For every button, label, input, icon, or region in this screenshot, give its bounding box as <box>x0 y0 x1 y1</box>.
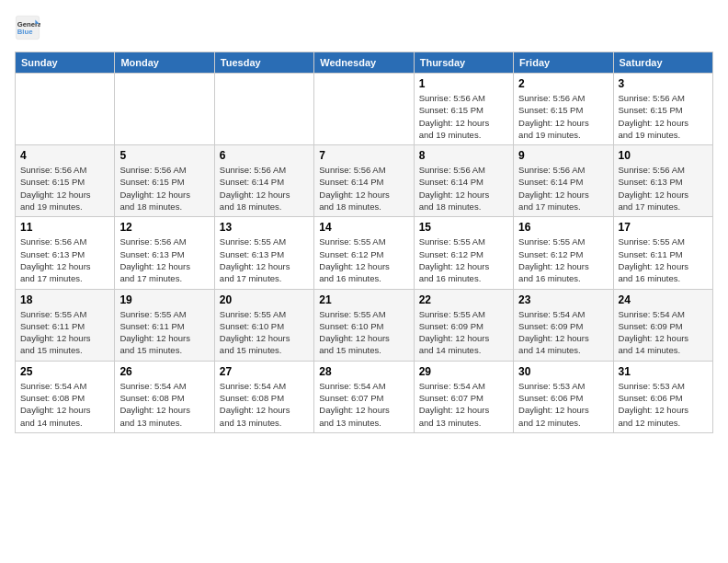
calendar-day-cell: 8Sunrise: 5:56 AM Sunset: 6:14 PM Daylig… <box>414 145 513 217</box>
day-info: Sunrise: 5:53 AM Sunset: 6:06 PM Dayligh… <box>619 380 708 429</box>
day-info: Sunrise: 5:55 AM Sunset: 6:10 PM Dayligh… <box>220 308 309 357</box>
day-number: 24 <box>619 293 708 306</box>
day-info: Sunrise: 5:54 AM Sunset: 6:07 PM Dayligh… <box>319 380 408 429</box>
calendar-day-cell <box>214 74 313 145</box>
day-info: Sunrise: 5:56 AM Sunset: 6:13 PM Dayligh… <box>119 236 209 284</box>
calendar-header-row: SundayMondayTuesdayWednesdayThursdayFrid… <box>16 52 713 74</box>
day-number: 22 <box>419 293 508 306</box>
day-number: 29 <box>419 365 508 378</box>
calendar-day-cell: 13Sunrise: 5:55 AM Sunset: 6:13 PM Dayli… <box>214 217 313 289</box>
calendar-day-cell: 9Sunrise: 5:56 AM Sunset: 6:14 PM Daylig… <box>514 145 613 217</box>
day-number: 21 <box>319 293 408 306</box>
day-info: Sunrise: 5:56 AM Sunset: 6:14 PM Dayligh… <box>419 164 508 213</box>
calendar-day-cell: 23Sunrise: 5:54 AM Sunset: 6:09 PM Dayli… <box>514 289 613 361</box>
day-number: 31 <box>619 365 708 378</box>
svg-text:Blue: Blue <box>17 28 33 36</box>
calendar-day-cell <box>115 74 214 145</box>
day-info: Sunrise: 5:54 AM Sunset: 6:08 PM Dayligh… <box>220 380 309 429</box>
day-info: Sunrise: 5:55 AM Sunset: 6:09 PM Dayligh… <box>419 308 508 357</box>
day-info: Sunrise: 5:54 AM Sunset: 6:07 PM Dayligh… <box>419 380 508 429</box>
day-number: 26 <box>119 365 209 378</box>
day-number: 19 <box>119 293 209 306</box>
calendar-day-cell: 29Sunrise: 5:54 AM Sunset: 6:07 PM Dayli… <box>414 361 513 432</box>
day-info: Sunrise: 5:56 AM Sunset: 6:15 PM Dayligh… <box>419 92 508 141</box>
calendar-day-cell: 28Sunrise: 5:54 AM Sunset: 6:07 PM Dayli… <box>314 361 414 432</box>
calendar-day-cell: 5Sunrise: 5:56 AM Sunset: 6:15 PM Daylig… <box>115 145 214 217</box>
calendar-day-cell: 1Sunrise: 5:56 AM Sunset: 6:15 PM Daylig… <box>414 74 513 145</box>
calendar-week-row: 25Sunrise: 5:54 AM Sunset: 6:08 PM Dayli… <box>16 361 713 432</box>
day-number: 10 <box>619 149 708 162</box>
day-of-week-header: Thursday <box>414 52 513 74</box>
day-number: 17 <box>619 221 708 234</box>
day-number: 18 <box>20 293 109 306</box>
svg-text:General: General <box>17 20 40 29</box>
calendar-day-cell: 10Sunrise: 5:56 AM Sunset: 6:13 PM Dayli… <box>613 145 712 217</box>
day-info: Sunrise: 5:55 AM Sunset: 6:12 PM Dayligh… <box>319 236 408 284</box>
calendar-day-cell: 6Sunrise: 5:56 AM Sunset: 6:14 PM Daylig… <box>214 145 313 217</box>
day-info: Sunrise: 5:54 AM Sunset: 6:08 PM Dayligh… <box>119 380 209 429</box>
calendar-week-row: 4Sunrise: 5:56 AM Sunset: 6:15 PM Daylig… <box>16 145 713 217</box>
day-of-week-header: Wednesday <box>314 52 414 74</box>
page-header: General Blue <box>15 15 713 40</box>
day-of-week-header: Monday <box>115 52 214 74</box>
day-number: 15 <box>419 221 508 234</box>
calendar-day-cell: 14Sunrise: 5:55 AM Sunset: 6:12 PM Dayli… <box>314 217 414 289</box>
day-number: 12 <box>119 221 209 234</box>
calendar-day-cell: 31Sunrise: 5:53 AM Sunset: 6:06 PM Dayli… <box>613 361 712 432</box>
calendar-day-cell: 18Sunrise: 5:55 AM Sunset: 6:11 PM Dayli… <box>16 289 115 361</box>
day-of-week-header: Friday <box>514 52 613 74</box>
day-number: 2 <box>518 77 608 90</box>
day-number: 8 <box>419 149 508 162</box>
day-number: 5 <box>119 149 209 162</box>
day-number: 28 <box>319 365 408 378</box>
day-of-week-header: Tuesday <box>214 52 313 74</box>
calendar-day-cell: 19Sunrise: 5:55 AM Sunset: 6:11 PM Dayli… <box>115 289 214 361</box>
calendar-week-row: 1Sunrise: 5:56 AM Sunset: 6:15 PM Daylig… <box>16 74 713 145</box>
logo: General Blue <box>15 15 40 40</box>
day-info: Sunrise: 5:56 AM Sunset: 6:15 PM Dayligh… <box>619 92 708 141</box>
day-number: 6 <box>220 149 309 162</box>
day-info: Sunrise: 5:56 AM Sunset: 6:15 PM Dayligh… <box>119 164 209 213</box>
day-info: Sunrise: 5:55 AM Sunset: 6:11 PM Dayligh… <box>20 308 109 357</box>
day-info: Sunrise: 5:54 AM Sunset: 6:08 PM Dayligh… <box>20 380 109 429</box>
day-info: Sunrise: 5:55 AM Sunset: 6:13 PM Dayligh… <box>220 236 309 284</box>
day-number: 25 <box>20 365 109 378</box>
calendar-week-row: 11Sunrise: 5:56 AM Sunset: 6:13 PM Dayli… <box>16 217 713 289</box>
day-number: 27 <box>220 365 309 378</box>
calendar-day-cell <box>16 74 115 145</box>
day-number: 13 <box>220 221 309 234</box>
day-number: 30 <box>518 365 608 378</box>
day-of-week-header: Sunday <box>16 52 115 74</box>
day-info: Sunrise: 5:55 AM Sunset: 6:12 PM Dayligh… <box>419 236 508 284</box>
calendar-day-cell: 26Sunrise: 5:54 AM Sunset: 6:08 PM Dayli… <box>115 361 214 432</box>
calendar-day-cell: 12Sunrise: 5:56 AM Sunset: 6:13 PM Dayli… <box>115 217 214 289</box>
calendar-day-cell <box>314 74 414 145</box>
day-info: Sunrise: 5:56 AM Sunset: 6:14 PM Dayligh… <box>220 164 309 213</box>
day-info: Sunrise: 5:54 AM Sunset: 6:09 PM Dayligh… <box>619 308 708 357</box>
calendar-day-cell: 16Sunrise: 5:55 AM Sunset: 6:12 PM Dayli… <box>514 217 613 289</box>
calendar-day-cell: 22Sunrise: 5:55 AM Sunset: 6:09 PM Dayli… <box>414 289 513 361</box>
day-number: 16 <box>518 221 608 234</box>
day-of-week-header: Saturday <box>613 52 712 74</box>
day-number: 3 <box>619 77 708 90</box>
day-info: Sunrise: 5:55 AM Sunset: 6:11 PM Dayligh… <box>119 308 209 357</box>
calendar-day-cell: 11Sunrise: 5:56 AM Sunset: 6:13 PM Dayli… <box>16 217 115 289</box>
calendar-day-cell: 3Sunrise: 5:56 AM Sunset: 6:15 PM Daylig… <box>613 74 712 145</box>
day-info: Sunrise: 5:56 AM Sunset: 6:15 PM Dayligh… <box>20 164 109 213</box>
day-info: Sunrise: 5:55 AM Sunset: 6:11 PM Dayligh… <box>619 236 708 284</box>
calendar-week-row: 18Sunrise: 5:55 AM Sunset: 6:11 PM Dayli… <box>16 289 713 361</box>
day-info: Sunrise: 5:53 AM Sunset: 6:06 PM Dayligh… <box>518 380 608 429</box>
logo-icon: General Blue <box>15 15 40 40</box>
calendar-day-cell: 30Sunrise: 5:53 AM Sunset: 6:06 PM Dayli… <box>514 361 613 432</box>
day-info: Sunrise: 5:56 AM Sunset: 6:14 PM Dayligh… <box>518 164 608 213</box>
calendar-day-cell: 17Sunrise: 5:55 AM Sunset: 6:11 PM Dayli… <box>613 217 712 289</box>
day-info: Sunrise: 5:55 AM Sunset: 6:10 PM Dayligh… <box>319 308 408 357</box>
day-info: Sunrise: 5:56 AM Sunset: 6:13 PM Dayligh… <box>20 236 109 284</box>
calendar-day-cell: 21Sunrise: 5:55 AM Sunset: 6:10 PM Dayli… <box>314 289 414 361</box>
day-number: 11 <box>20 221 109 234</box>
calendar-day-cell: 2Sunrise: 5:56 AM Sunset: 6:15 PM Daylig… <box>514 74 613 145</box>
calendar-day-cell: 15Sunrise: 5:55 AM Sunset: 6:12 PM Dayli… <box>414 217 513 289</box>
calendar-day-cell: 25Sunrise: 5:54 AM Sunset: 6:08 PM Dayli… <box>16 361 115 432</box>
calendar-day-cell: 4Sunrise: 5:56 AM Sunset: 6:15 PM Daylig… <box>16 145 115 217</box>
day-number: 14 <box>319 221 408 234</box>
